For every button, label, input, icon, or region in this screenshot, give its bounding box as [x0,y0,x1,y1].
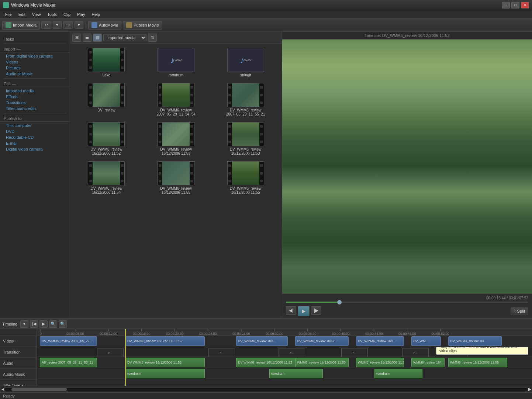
view-detail-button[interactable]: ☰ [83,34,91,42]
menu-clip[interactable]: Clip [61,11,73,17]
minimize-button[interactable]: ─ [502,2,510,8]
edit-imported-media[interactable]: Imported media [0,88,70,94]
import-pictures[interactable]: Pictures [0,65,70,71]
publish-cd[interactable]: Recordable CD [0,134,70,140]
media-thumbnail [88,48,125,72]
publish-computer[interactable]: This computer [0,123,70,128]
app-icon [3,2,9,8]
edit-section-label: Edit — [0,80,70,87]
media-item[interactable]: DV_WMM6_review 2007_05_29_11_55_21 [212,82,279,118]
audio-clip[interactable]: DV WMM6_review 16/12/2006 11:52 [236,358,297,367]
edit-transitions[interactable]: Transitions [0,100,70,106]
redo-button[interactable]: ↪ [63,21,73,29]
automovie-button[interactable]: AutoMovie [88,21,121,30]
timeline-label: Timeline [2,322,17,326]
audio-music-clip[interactable]: romdrum [269,369,323,378]
video-track-label: Video □ [0,336,37,347]
audio-music-clip[interactable]: romdrum [374,369,422,378]
media-item[interactable]: DV_WMM6_review 16/12/2006 11:52 [73,121,140,157]
video-clip[interactable]: DV_WM... [411,336,441,346]
timeline-play[interactable]: ▶ [39,320,48,328]
video-clip[interactable]: DV_WMM6_review 16/12/2006 11:52 [125,336,205,346]
media-item[interactable]: DV_WMM6_review 16/12/2006 11:53 [212,121,279,157]
video-clip[interactable]: DV_WMM6_review 16/12... [295,336,349,346]
publish-digital-camera[interactable]: Digital video camera [0,146,70,152]
transition-clip[interactable]: F... [279,348,305,357]
media-item[interactable]: ♪WAV romdrum [143,47,210,79]
ruler-mark: 00:00:48.00 [398,329,416,336]
preview-title: Timeline: DV_WMM6_review 16/12/2006 11:5… [282,32,532,39]
ruler-label [0,329,37,336]
video-clip[interactable]: DV_WMM6_review 16/1... [236,336,288,346]
media-item[interactable]: ♪WAV stringit [212,47,279,79]
video-clip[interactable]: DV_WMM6_review 2007_05_29... [40,336,97,346]
audio-music-track-label: Audio/Music [0,369,37,380]
preview-progress-bar[interactable] [286,302,528,303]
menu-file[interactable]: File [2,11,15,17]
play-button[interactable]: ▶ [298,306,310,316]
menu-edit[interactable]: Edit [15,11,28,17]
menu-view[interactable]: View [29,11,44,17]
import-digital-video[interactable]: From digital video camera [0,53,70,59]
audio-clip[interactable]: WMM6_review 16/... [411,358,445,367]
audio-clip[interactable]: WMM6_review 16/12/2006 11:53 [356,358,404,367]
media-item[interactable]: DV_WMM6_review 16/12/2006 11:55 [143,160,210,196]
audio-clip[interactable]: DV WMM6_review 16/12/2006 11:52 [125,358,205,367]
audio-clip[interactable]: WMM6_review 16/12/2006 11:55 [448,358,507,367]
media-item[interactable]: DV_WMM6_review 16/12/2006 11:55 [212,160,279,196]
media-item[interactable]: Lake [73,47,140,79]
preview-progress-thumb[interactable] [337,300,342,305]
publish-movie-button[interactable]: Publish Movie [123,21,162,30]
media-item[interactable]: DV_WMM6_review 16/12/2006 11:54 [73,160,140,196]
publish-email[interactable]: E-mail [0,140,70,146]
audio-clip[interactable]: WMM6_review 16/12/2006 11:53 [295,358,349,367]
media-item[interactable]: DV_WMM6_review 16/12/2006 11:53 [143,121,210,157]
transition-clip[interactable]: F... [341,348,368,357]
import-audio[interactable]: Audio or Music [0,71,70,77]
publish-dvd[interactable]: DVD [0,128,70,134]
transition-clip[interactable]: F... [97,348,124,357]
import-media-button[interactable]: Import Media [2,21,40,30]
undo-dropdown[interactable]: ▾ [53,21,62,29]
undo-button[interactable]: ↩ [41,21,51,29]
publish-movie-label: Publish Movie [134,23,159,27]
menu-tools[interactable]: Tools [44,11,60,17]
step-back-button[interactable]: ◀| [286,306,296,315]
media-item[interactable]: DV_review [73,82,140,118]
menu-play[interactable]: Play [74,11,88,17]
redo-dropdown[interactable]: ▾ [75,21,83,29]
view-icon-button[interactable]: ▤ [93,34,102,42]
audio-track: A6_review 2007_05_29_11_55_21 DV WMM6_re… [37,357,532,368]
transition-clip[interactable]: F... [208,348,235,357]
view-grid-button[interactable]: ⊞ [72,34,81,42]
media-label: Lake [102,73,110,77]
transition-clip[interactable]: F... [402,348,429,357]
audio-clip[interactable]: A6_review 2007_05_29_11_55_21 [40,358,97,367]
ruler-mark: 00:00:52.00 [432,329,449,336]
sort-button[interactable]: ⇅ [148,34,157,42]
import-videos[interactable]: Videos [0,59,70,65]
scroll-thumb[interactable] [11,388,67,391]
menu-help[interactable]: Help [89,11,103,17]
media-category-dropdown[interactable]: Imported media Effects Transitions Title… [103,34,146,41]
timeline-dropdown[interactable]: ▾ [20,320,28,328]
media-item[interactable]: DV_WMM6_review 2007_05_29_11_54_54 [143,82,210,118]
scroll-track[interactable] [4,388,528,391]
timeline-zoom-out[interactable]: 🔍 [59,320,67,328]
scroll-right-btn[interactable]: ▶ [528,387,531,392]
step-forward-button[interactable]: |▶ [311,306,321,315]
audio-music-clip[interactable]: romdrum [125,369,205,378]
publish-icon [126,22,132,28]
media-panel: ⊞ ☰ ▤ Imported media Effects Transitions… [70,32,282,319]
edit-titles-credits[interactable]: Titles and credits [0,106,70,111]
close-button[interactable]: ✕ [521,2,529,8]
media-label: DV_WMM6_review 16/12/2006 11:52 [86,147,127,155]
edit-effects[interactable]: Effects [0,94,70,100]
video-clip[interactable]: DV_WMM6_review 16/... [448,336,502,346]
media-toolbar: ⊞ ☰ ▤ Imported media Effects Transitions… [70,32,282,44]
timeline-zoom-in[interactable]: 🔍 [49,320,57,328]
maximize-button[interactable]: □ [511,2,519,8]
timeline-rewind[interactable]: |◀ [30,320,38,328]
video-clip[interactable]: DV_WMM6_review 16/1... [356,336,404,346]
split-button[interactable]: ⌇ Split [511,307,528,315]
